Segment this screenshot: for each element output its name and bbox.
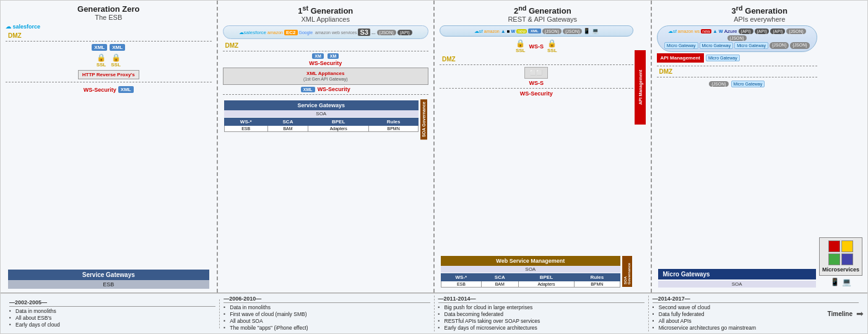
gen2-soa: SOA [441, 266, 620, 273]
ssl-lock-1: 🔒 SSL [97, 53, 106, 68]
gen3-api3: {API} [770, 29, 785, 34]
gen1-soa-label: SOA [224, 110, 419, 117]
gen1-date: —2006-2010— [224, 296, 430, 303]
gen1-s3: S3 [358, 29, 370, 36]
gen3-icon1: ▲ [713, 29, 718, 34]
gen2-diagram: ☁sf amazon ▲ ■ W new XML {JSON} {JSON} 📱… [440, 25, 646, 289]
gen1-diagram: ☁salesforce amazon EC2 Google amazon web… [223, 25, 429, 289]
gen3-new: new [701, 29, 711, 33]
gen0-bullet2: All about ESB's [9, 315, 215, 321]
gen2-bullet3: RESTful APIs taking over SOAP services [438, 318, 644, 324]
gen1-salesforce: ☁salesforce [239, 30, 266, 35]
gen1-th1: WS-* [224, 118, 267, 126]
gen3-json1: {JSON} [786, 29, 805, 34]
gen1-bottom: Service Gateways SOA WS-* SCA BPEL Rules [223, 98, 429, 141]
gen3-w: W [719, 29, 723, 33]
timeline-gen1: —2006-2010— Data in monoliths First wave… [220, 296, 434, 332]
gen3-subtitle: APIs everywhere [657, 15, 863, 23]
gen1-th4: Rules [369, 118, 419, 126]
gen2-cloud: ☁sf amazon ▲ ■ W new XML {JSON} {JSON} 📱… [440, 25, 633, 37]
gen1-bullet1: Data in monoliths [224, 304, 430, 310]
gen2-bullet4: Early days of microservice architectures [438, 325, 644, 331]
gen1-bullet3: All about SOA [224, 318, 430, 324]
gen3-salesforce: ☁sf [668, 29, 677, 34]
microservices-label: Microservices [822, 266, 859, 273]
gen0-title: Generation Zero [6, 4, 212, 14]
gen1-dotdot: ... [371, 30, 376, 35]
gen3-amazon: amazon ws [678, 29, 700, 33]
generations-row: Generation Zero The ESB ☁ salesforce DMZ [1, 1, 867, 293]
ms-cell-blue [841, 253, 853, 265]
gen1-ec2: EC2 [284, 30, 298, 35]
esb-box: ESB [8, 280, 209, 289]
gen2-api-management: API Management [635, 50, 646, 125]
gen0-bullet3: Early days of cloud [9, 322, 215, 328]
gen3-json3: {JSON} [770, 42, 789, 49]
gen3-micro-gw1: Micro Gateway [664, 42, 698, 49]
gen2-th4: Rules [575, 274, 620, 281]
gen3-json4: {JSON} [790, 42, 809, 49]
gen3-api2: {API} [755, 29, 770, 34]
xml-badge-3: XML [118, 86, 134, 93]
gen0-diagram: ☁ salesforce DMZ XML XML [6, 24, 212, 289]
gen0-date: —2002-2005— [9, 299, 215, 307]
gen2-ssl2: 🔒 SSL [547, 39, 557, 53]
gen2-ws-s2: WS-S [529, 80, 544, 86]
gen3-micro-gw2: Micro Gateway [700, 42, 734, 49]
timeline-gen2: —2011-2014— Big push for cloud in large … [435, 296, 649, 332]
ssl-lock-2: 🔒 SSL [111, 53, 121, 68]
timeline-row: —2002-2005— Data in monoliths All about … [1, 293, 867, 333]
gen1-amazon: amazon [267, 30, 283, 35]
ms-cell-yellow [841, 240, 853, 252]
gen1-cloud: ☁salesforce amazon EC2 Google amazon web… [223, 25, 429, 39]
gen1-google: Google [299, 30, 313, 35]
gen0-bullet1: Data in monoliths [9, 308, 215, 314]
gen3-api-management: API Management [657, 53, 704, 63]
gen3-header: 3rd Generation APIs everywhere [657, 4, 863, 23]
gen1-dmz: DMZ [225, 42, 429, 49]
gen3-title: 3rd Generation [657, 4, 863, 15]
gen1-aws: amazon web services [315, 30, 357, 35]
gen3-bullet4: Microservice architectures go mainstream [653, 325, 859, 331]
gen1-xml1: XM [312, 53, 324, 59]
xml-appliances-box: XML Appliances (1st Gen API Gateway) [223, 68, 429, 85]
gen1-service-gateway: Service Gateways [224, 100, 419, 110]
service-gateway-box: Service Gateways [8, 270, 209, 280]
gen3-bullet1: Second wave of cloud [653, 304, 859, 310]
gen3-date: —2014-2017— [653, 296, 859, 303]
gen2-salesforce: ☁sf [474, 29, 483, 34]
xml-badge-1: XML [92, 44, 107, 51]
gen1-soa-table: WS-* SCA BPEL Rules ESB BAM Adapters BPM [224, 118, 419, 132]
gen1-xml3: XML [301, 87, 315, 92]
gen1-td1: ESB [224, 126, 267, 132]
main-container: Generation Zero The ESB ☁ salesforce DMZ [0, 0, 868, 334]
gen2-json1: {JSON} [542, 29, 562, 34]
gen2-new: new [516, 29, 527, 33]
gen3-micro-gw4: Micro Gateway [706, 55, 740, 61]
ssl-label-1: SSL [97, 62, 106, 68]
http-proxy-box: HTTP Reverse Proxy's [78, 70, 139, 79]
gen2-tablet: 📱 💻 [583, 28, 599, 34]
timeline-gen0: —2002-2005— Data in monoliths All about … [6, 299, 220, 328]
gen2-th2: SCA [481, 274, 518, 281]
gen2-ws-s1: WS-S [529, 43, 544, 50]
ssl-label-2: SSL [111, 62, 121, 68]
gen3-diagram: ☁sf amazon ws new ▲ W Azure {API} {API} … [657, 25, 863, 289]
timeline-arrow: ➡ [856, 309, 864, 319]
gen3-dmz: DMZ [659, 68, 817, 75]
gen2-date: —2011-2014— [438, 296, 644, 303]
gen3-micro-gw3: Micro Gateway [734, 42, 768, 49]
gen1-td2: BAM [267, 126, 308, 132]
gen2-icon2: ■ [507, 29, 510, 34]
gen2-th3: BPEL [518, 274, 574, 281]
gen3-cloud: ☁sf amazon ws new ▲ W Azure {API} {API} … [657, 25, 817, 52]
gen2-xml: XML [528, 29, 541, 33]
gen2-wsm: Web Service Management [441, 256, 620, 266]
gen1-json: {JSON} [377, 30, 396, 35]
gen3-azure: Azure [724, 29, 737, 34]
gen2-soa-table: WS-* SCA BPEL Rules ESB BAM Adapters [441, 273, 620, 288]
dmz-label: DMZ [8, 32, 212, 39]
gen0-header: Generation Zero The ESB [6, 4, 212, 21]
generation-one: 1st Generation XML Appliances ☁salesforc… [218, 1, 435, 292]
salesforce-logo: ☁ salesforce [6, 24, 40, 30]
